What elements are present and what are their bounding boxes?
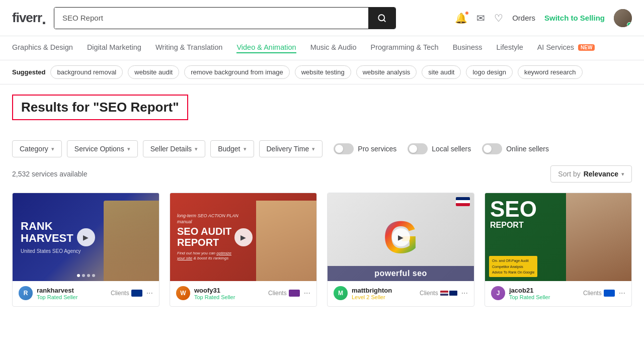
svg-line-1 <box>383 20 385 21</box>
tag-logo-design[interactable]: logo design <box>466 65 513 79</box>
card-subtitle-text: United States SEO Agency <box>21 248 81 254</box>
main-nav: Graphics & Design Digital Marketing Writ… <box>0 36 644 60</box>
nav-item-digital[interactable]: Digital Marketing <box>87 43 141 53</box>
search-icon <box>377 14 386 23</box>
card-thumbnail: SEO REPORT On- and Off-Page AuditCompeti… <box>485 193 631 281</box>
clients-row: Clients ··· <box>583 289 625 298</box>
filters-row: Category ▾ Service Options ▾ Seller Deta… <box>12 140 632 157</box>
notification-icon[interactable]: 🔔 <box>455 12 467 24</box>
tag-keyword-research[interactable]: keyword research <box>518 65 583 79</box>
online-sellers-label: Online sellers <box>506 145 549 153</box>
nav-item-business[interactable]: Business <box>453 43 482 53</box>
card-thumbnail: G powerful seo ▶ <box>328 193 474 281</box>
card-woofy31[interactable]: long-term SEO ACTION PLAN manual SEO AUD… <box>170 193 317 307</box>
wishlist-icon[interactable]: ♡ <box>494 12 503 24</box>
avatar-initials: J <box>491 286 505 300</box>
orders-link[interactable]: Orders <box>512 14 535 22</box>
seller-level: Level 2 Seller <box>352 294 416 300</box>
online-sellers-toggle[interactable] <box>482 143 502 154</box>
card-mattbrighton[interactable]: G powerful seo ▶ M mattbrighton Level 2 … <box>327 193 474 307</box>
card-thumbnail: RANKHARVEST United States SEO Agency ▶ <box>13 193 159 281</box>
services-count: 2,532 services available <box>12 170 87 178</box>
results-heading: Results for "SEO Report" <box>12 95 188 120</box>
more-button[interactable]: ··· <box>619 289 625 298</box>
filter-category[interactable]: Category ▾ <box>12 140 62 157</box>
nav-item-lifestyle[interactable]: Lifestyle <box>497 43 523 53</box>
avatar[interactable] <box>614 9 632 27</box>
local-sellers-label: Local sellers <box>432 145 471 153</box>
flag-uk <box>449 291 457 296</box>
nav-item-ai[interactable]: AI Services NEW <box>537 43 595 53</box>
seller-avatar: J <box>491 286 505 300</box>
seller-row: M mattbrighton Level 2 Seller Clients ··… <box>334 286 468 300</box>
search-input[interactable] <box>54 8 368 29</box>
sort-value: Relevance <box>584 170 618 178</box>
client-badge-ps <box>131 290 142 297</box>
carousel-dots <box>77 274 95 277</box>
seller-info: woofy31 Top Rated Seller <box>194 287 264 300</box>
more-button[interactable]: ··· <box>461 289 468 298</box>
card-footer: W woofy31 Top Rated Seller Clients ··· <box>170 281 316 306</box>
seller-level: Top Rated Seller <box>509 294 579 300</box>
card-powerful-seo: powerful seo <box>328 266 474 281</box>
nav-item-video[interactable]: Video & Animation <box>236 43 296 53</box>
chevron-down-icon: ▾ <box>244 146 247 152</box>
tag-website-analysis[interactable]: website analysis <box>356 65 417 79</box>
messages-icon[interactable]: ✉ <box>476 12 485 24</box>
card-jacob21[interactable]: SEO REPORT On- and Off-Page AuditCompeti… <box>485 193 632 307</box>
filter-budget[interactable]: Budget ▾ <box>210 140 254 157</box>
avatar-initials: M <box>334 286 348 300</box>
card-footer: M mattbrighton Level 2 Seller Clients ··… <box>328 281 474 306</box>
header: fiverr. 🔔 ✉ ♡ Orders Switch to Selling <box>0 0 644 36</box>
seller-avatar: R <box>19 286 33 300</box>
chevron-down-icon: ▾ <box>127 146 130 152</box>
avatar-initials: W <box>176 286 190 300</box>
avatar-initials: R <box>19 286 33 300</box>
filter-delivery-time[interactable]: Delivery Time ▾ <box>259 140 323 157</box>
card-footer: R rankharvest Top Rated Seller Clients ·… <box>13 281 159 306</box>
tag-website-audit[interactable]: website audit <box>128 65 179 79</box>
switch-to-selling-button[interactable]: Switch to Selling <box>544 14 605 22</box>
filter-budget-label: Budget <box>218 145 240 153</box>
filter-service-options[interactable]: Service Options ▾ <box>67 140 138 157</box>
local-sellers-toggle[interactable] <box>408 143 428 154</box>
cards-grid: RANKHARVEST United States SEO Agency ▶ R <box>12 193 632 307</box>
play-button[interactable]: ▶ <box>392 228 410 246</box>
fiverr-logo[interactable]: fiverr. <box>12 10 46 26</box>
toggle-knob <box>335 145 343 153</box>
filter-delivery-label: Delivery Time <box>267 145 309 153</box>
sort-by-label: Sort by <box>558 170 580 178</box>
seller-avatar: M <box>334 286 348 300</box>
client-badge-purple <box>289 290 300 297</box>
toggle-knob <box>409 145 417 153</box>
flag-badge <box>456 197 470 206</box>
tag-background-removal[interactable]: background removal <box>50 65 123 79</box>
tag-remove-bg[interactable]: remove background from image <box>184 65 290 79</box>
nav-item-graphics[interactable]: Graphics & Design <box>12 43 73 53</box>
sort-by-dropdown[interactable]: Sort by Relevance ▾ <box>550 165 632 183</box>
filter-seller-details[interactable]: Seller Details ▾ <box>143 140 205 157</box>
nav-item-music[interactable]: Music & Audio <box>310 43 357 53</box>
seller-level: Top Rated Seller <box>37 294 107 300</box>
seller-level: Top Rated Seller <box>194 294 264 300</box>
seller-name: woofy31 <box>194 287 264 294</box>
tag-site-audit[interactable]: site audit <box>422 65 461 79</box>
clients-row: Clients ··· <box>111 289 153 298</box>
card-manual: manual <box>177 219 238 224</box>
search-button[interactable] <box>368 8 395 29</box>
seller-info: jacob21 Top Rated Seller <box>509 287 579 300</box>
more-button[interactable]: ··· <box>146 289 153 298</box>
pro-services-toggle[interactable] <box>334 143 354 154</box>
seller-info: rankharvest Top Rated Seller <box>37 287 107 300</box>
seller-row: R rankharvest Top Rated Seller Clients ·… <box>19 286 153 300</box>
more-button[interactable]: ··· <box>304 289 310 298</box>
nav-item-programming[interactable]: Programming & Tech <box>371 43 439 53</box>
card-rankharvest[interactable]: RANKHARVEST United States SEO Agency ▶ R <box>12 193 159 307</box>
flag-us <box>440 291 448 296</box>
tag-website-testing[interactable]: website testing <box>295 65 351 79</box>
suggested-bar: Suggested background removal website aud… <box>0 60 644 84</box>
nav-item-writing[interactable]: Writing & Translation <box>155 43 223 53</box>
chevron-down-icon: ▾ <box>312 146 315 152</box>
seller-name: jacob21 <box>509 287 579 294</box>
clients-label: Clients <box>583 290 602 297</box>
